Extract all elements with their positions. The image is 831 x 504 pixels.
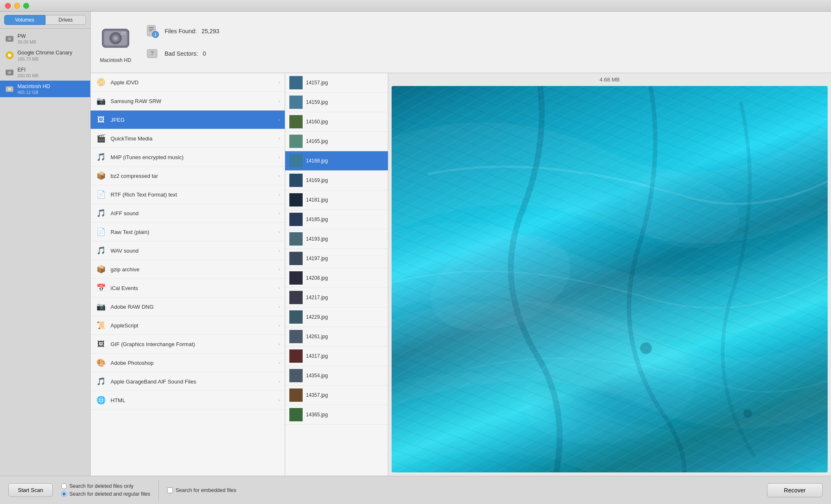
category-icon-bz2-compressed-tar: 📦: [96, 170, 106, 181]
file-name-14317: 14317.jpg: [306, 353, 328, 359]
category-name-html: HTML: [111, 397, 274, 403]
file-item-14169[interactable]: 14169.jpg: [285, 171, 388, 190]
sidebar-item-size-efi: 200.00 MB: [17, 73, 39, 78]
file-item-14181[interactable]: 14181.jpg: [285, 190, 388, 210]
radio-label-deleted-regular: Search for deleted and regular files: [69, 491, 150, 497]
file-item-14157[interactable]: 14157.jpg: [285, 73, 388, 93]
sidebar-item-macintosh-hd[interactable]: Macintosh HD 465.12 GB: [0, 81, 90, 97]
category-item-jpeg[interactable]: 🖼 JPEG ›: [91, 111, 285, 129]
category-icon-apple-idvd: 📀: [96, 77, 106, 88]
start-scan-button[interactable]: Start Scan: [8, 483, 53, 497]
file-item-14193[interactable]: 14193.jpg: [285, 229, 388, 249]
category-item-rtf-text[interactable]: 📄 RTF (Rich Text Format) text ›: [91, 185, 285, 204]
file-item-14217[interactable]: 14217.jpg: [285, 288, 388, 307]
file-item-14168[interactable]: 14168.jpg: [285, 151, 388, 171]
category-item-wav-sound[interactable]: 🎵 WAV sound ›: [91, 241, 285, 260]
file-item-14261[interactable]: 14261.jpg: [285, 327, 388, 347]
file-item-14165[interactable]: 14165.jpg: [285, 132, 388, 151]
close-button[interactable]: [5, 3, 11, 9]
category-name-m4p-itunes: M4P (iTunes encrypted music): [111, 154, 274, 160]
sidebar-item-chrome-canary[interactable]: Google Chrome Canary 186.73 MB: [0, 47, 90, 64]
category-item-apple-garageband[interactable]: 🎵 Apple GarageBand AIF Sound Files ›: [91, 372, 285, 391]
category-icon-quicktime-media: 🎬: [96, 133, 106, 144]
preview-size: 4.68 MB: [388, 73, 831, 86]
category-name-gif: GIF (Graphics Interchange Format): [111, 341, 274, 347]
svg-point-2: [9, 38, 10, 39]
bottom-bar-divider: [158, 480, 159, 501]
category-item-html[interactable]: 🌐 HTML ›: [91, 391, 285, 410]
category-arrow-samsung-raw-srw: ›: [279, 99, 280, 103]
svg-point-10: [9, 89, 10, 90]
svg-point-15: [114, 37, 117, 40]
file-list: 14157.jpg14159.jpg14160.jpg14165.jpg1416…: [285, 73, 388, 476]
sidebar-item-size-pw: 39.06 MB: [17, 39, 36, 44]
sidebar-item-name-pw: PW: [17, 33, 36, 39]
category-icon-m4p-itunes: 🎵: [96, 152, 106, 162]
category-item-aiff-sound[interactable]: 🎵 AIFF sound ›: [91, 204, 285, 223]
file-item-14357[interactable]: 14357.jpg: [285, 386, 388, 405]
category-name-rtf-text: RTF (Rich Text Format) text: [111, 192, 274, 198]
category-item-raw-text-plain[interactable]: 📄 Raw Text (plain) ›: [91, 223, 285, 241]
file-item-14317[interactable]: 14317.jpg: [285, 347, 388, 366]
radio-deleted-regular[interactable]: Search for deleted and regular files: [61, 491, 150, 497]
file-item-14197[interactable]: 14197.jpg: [285, 249, 388, 268]
recover-button[interactable]: Recover: [767, 483, 823, 497]
drive-stats: i Files Found: 25,293 ?: [145, 24, 219, 61]
svg-rect-21: [149, 30, 152, 31]
category-icon-raw-text-plain: 📄: [96, 226, 106, 237]
search-options: Search for deleted files only Search for…: [61, 483, 150, 497]
category-name-bz2-compressed-tar: bz2 compressed tar: [111, 173, 274, 179]
category-icon-applescript: 📜: [96, 320, 106, 331]
file-item-14229[interactable]: 14229.jpg: [285, 307, 388, 327]
category-item-applescript[interactable]: 📜 AppleScript ›: [91, 316, 285, 335]
file-item-14365[interactable]: 14365.jpg: [285, 405, 388, 425]
category-item-gzip-archive[interactable]: 📦 gzip archive ›: [91, 260, 285, 279]
tab-volumes[interactable]: Volumes: [4, 15, 45, 25]
bad-sectors-value: 0: [203, 50, 206, 57]
category-arrow-gif: ›: [279, 342, 280, 347]
category-name-quicktime-media: QuickTime Media: [111, 135, 274, 142]
tab-drives[interactable]: Drives: [45, 15, 86, 25]
sidebar-item-efi[interactable]: EFI 200.00 MB: [0, 64, 90, 81]
category-item-quicktime-media[interactable]: 🎬 QuickTime Media ›: [91, 129, 285, 148]
svg-point-28: [515, 327, 705, 457]
bad-sectors-label: Bad Sectors:: [165, 50, 198, 57]
svg-point-26: [417, 217, 584, 349]
category-item-samsung-raw-srw[interactable]: 📷 Samsung RAW SRW ›: [91, 92, 285, 111]
category-name-gzip-archive: gzip archive: [111, 266, 274, 273]
category-item-adobe-raw-dng[interactable]: 📷 Adobe RAW DNG ›: [91, 297, 285, 316]
file-item-14208[interactable]: 14208.jpg: [285, 268, 388, 288]
maximize-button[interactable]: [23, 3, 29, 9]
sidebar-item-size-chrome: 186.73 MB: [17, 57, 72, 61]
radio-deleted-only[interactable]: Search for deleted files only: [61, 483, 150, 489]
drive-name-label: Macintosh HD: [100, 57, 131, 63]
category-icon-adobe-raw-dng: 📷: [96, 301, 106, 312]
category-item-apple-idvd[interactable]: 📀 Apple iDVD ›: [91, 73, 285, 92]
category-arrow-apple-garageband: ›: [279, 379, 280, 384]
file-name-14168: 14168.jpg: [306, 158, 328, 164]
preview-ocean-image: [392, 86, 828, 472]
category-name-jpeg: JPEG: [111, 117, 274, 123]
drive-icon-macintosh-hd: [5, 84, 14, 93]
file-item-14185[interactable]: 14185.jpg: [285, 210, 388, 229]
drive-icon-chrome: [5, 51, 14, 60]
file-name-14157: 14157.jpg: [306, 80, 328, 86]
category-name-raw-text-plain: Raw Text (plain): [111, 229, 274, 235]
category-item-ical-events[interactable]: 📅 iCal Events ›: [91, 279, 285, 297]
file-item-14354[interactable]: 14354.jpg: [285, 366, 388, 386]
file-item-14159[interactable]: 14159.jpg: [285, 93, 388, 112]
checkbox-embedded-files[interactable]: Search for embedded files: [167, 487, 236, 493]
file-name-14160: 14160.jpg: [306, 119, 328, 125]
sidebar-item-pw[interactable]: PW 39.06 MB: [0, 30, 90, 47]
drive-icon-efi: [5, 68, 14, 77]
category-item-m4p-itunes[interactable]: 🎵 M4P (iTunes encrypted music) ›: [91, 148, 285, 167]
category-item-adobe-photoshop[interactable]: 🎨 Adobe Photoshop ›: [91, 354, 285, 372]
checkbox-box-embedded: [167, 487, 173, 493]
category-item-gif[interactable]: 🖼 GIF (Graphics Interchange Format) ›: [91, 335, 285, 354]
file-thumb-14169: [289, 174, 303, 187]
file-thumb-14193: [289, 232, 303, 246]
file-item-14160[interactable]: 14160.jpg: [285, 112, 388, 132]
category-arrow-quicktime-media: ›: [279, 136, 280, 141]
minimize-button[interactable]: [14, 3, 20, 9]
category-item-bz2-compressed-tar[interactable]: 📦 bz2 compressed tar ›: [91, 167, 285, 185]
